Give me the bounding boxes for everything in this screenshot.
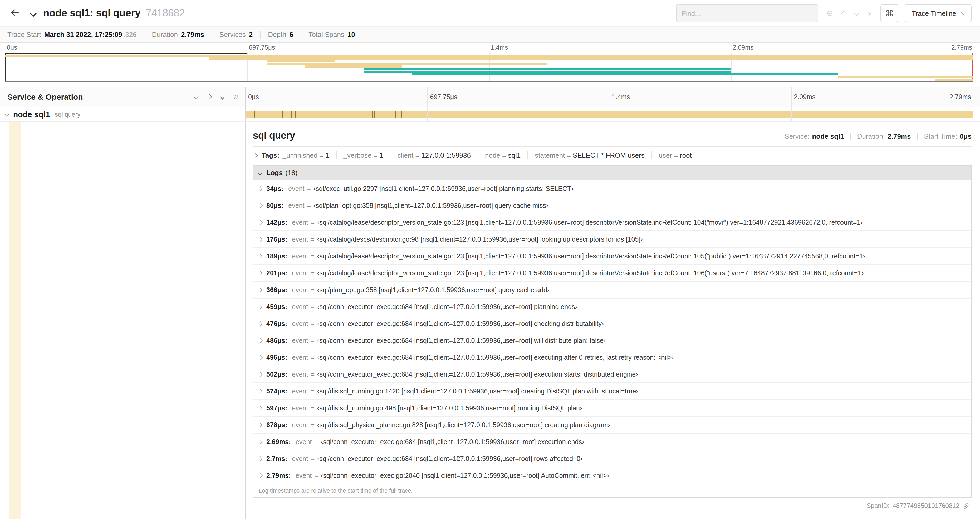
- log-entry-row[interactable]: 502μs:event=‹sql/conn_executor_exec.go:6…: [253, 366, 971, 382]
- log-field-value: ‹sql/conn_executor_exec.go:684 [nsql1,cl…: [317, 370, 638, 378]
- trace-summary-item: Depth6: [260, 30, 293, 38]
- find-next-icon[interactable]: [854, 11, 859, 16]
- find-input[interactable]: [676, 4, 818, 22]
- keyboard-shortcuts-button[interactable]: ⌘: [880, 4, 898, 22]
- log-entry-row[interactable]: 80μs:event=‹sql/plan_opt.go:358 [nsql1,c…: [253, 197, 971, 214]
- minimap-span-bar: [267, 63, 547, 65]
- minimap-span-bar: [305, 65, 402, 67]
- log-field-value: ‹sql/distsql_running.go:1420 [nsql1,clie…: [317, 387, 638, 395]
- chevron-right-icon: [258, 440, 262, 444]
- timeline-gridline: [973, 107, 973, 121]
- tag-equals: =: [317, 152, 325, 159]
- log-timestamp: 80μs:: [266, 202, 283, 209]
- chevron-down-icon: [961, 11, 966, 15]
- minimap-span-bar: [363, 71, 731, 73]
- log-entry-row[interactable]: 476μs:event=‹sql/conn_executor_exec.go:6…: [253, 315, 971, 332]
- minimap-span-bar: [267, 60, 334, 62]
- trace-view-select[interactable]: Trace Timeline: [905, 4, 972, 22]
- span-expanded-accent: [9, 122, 21, 519]
- log-timestamp: 597μs:: [266, 404, 287, 412]
- log-timestamp: 502μs:: [266, 370, 287, 378]
- log-entry-row[interactable]: 459μs:event=‹sql/conn_executor_exec.go:6…: [253, 298, 971, 315]
- log-equals: =: [310, 269, 315, 277]
- tag-equals: =: [672, 152, 680, 159]
- log-field-key: event: [292, 370, 308, 378]
- summary-label: Services: [220, 30, 246, 38]
- log-entry-row[interactable]: 366μs:event=‹sql/plan_opt.go:358 [nsql1,…: [253, 281, 971, 298]
- log-entry-row[interactable]: 142μs:event=‹sql/catalog/lease/descripto…: [253, 214, 971, 230]
- meta-label: Service:: [784, 133, 809, 140]
- log-field-key: event: [292, 286, 308, 294]
- log-equals: =: [310, 235, 315, 243]
- log-equals: =: [310, 455, 315, 462]
- tag-value: 1: [379, 152, 383, 159]
- chevron-right-icon: [258, 237, 262, 241]
- log-entry-row[interactable]: 2.69ms:event=‹sql/conn_executor_exec.go:…: [253, 433, 971, 450]
- log-entry-row[interactable]: 2.7ms:event=‹sql/conn_executor_exec.go:6…: [253, 450, 971, 467]
- minimap-canvas[interactable]: [5, 53, 973, 82]
- tag-equals: =: [372, 152, 380, 159]
- span-row[interactable]: node sql1 sql query: [0, 107, 980, 122]
- summary-value: March 31 2022, 17:25:09: [44, 30, 122, 38]
- tag-key: _verbose: [344, 152, 372, 159]
- chevron-right-icon: [258, 339, 262, 343]
- find-clear-icon[interactable]: ×: [867, 9, 872, 18]
- chevron-down-icon: [258, 171, 262, 175]
- log-timestamp: 142μs:: [266, 219, 287, 226]
- collapse-one-button[interactable]: [194, 95, 198, 99]
- time-tick-label: 0μs: [245, 93, 259, 101]
- span-detail-panel: sql query Service:node sql1Duration:2.79…: [245, 122, 980, 519]
- chevron-right-icon: [258, 473, 262, 477]
- log-field-key: event: [292, 252, 308, 260]
- zoom-reset-icon[interactable]: ⊕: [827, 8, 833, 18]
- trace-summary-bar: Trace StartMarch 31 2022, 17:25:09.326Du…: [0, 26, 980, 43]
- log-entry-row[interactable]: 2.79ms:event=‹sql/conn_executor_exec.go:…: [253, 467, 971, 484]
- trace-collapse-toggle[interactable]: [30, 8, 36, 18]
- log-field-value: ‹sql/plan_opt.go:358 [nsql1,client=127.0…: [313, 202, 548, 209]
- log-entry-row[interactable]: 486μs:event=‹sql/conn_executor_exec.go:6…: [253, 332, 971, 349]
- log-event-tick: [341, 111, 341, 118]
- trace-summary-item: Total Spans10: [301, 30, 355, 38]
- tag-value: 1: [325, 152, 329, 159]
- timeline-ruler[interactable]: 0μs697.75μs1.4ms2.09ms2.79ms: [245, 87, 980, 107]
- collapse-all-button[interactable]: [221, 95, 223, 99]
- log-field-value: ‹sql/conn_executor_exec.go:684 [nsql1,cl…: [317, 337, 606, 344]
- log-equals: =: [310, 354, 315, 361]
- log-field-key: event: [292, 354, 308, 361]
- expand-all-button[interactable]: [233, 96, 238, 98]
- trace-summary-item: Services2: [212, 30, 253, 38]
- log-timestamp: 34μs:: [266, 185, 283, 192]
- log-field-key: event: [292, 320, 308, 327]
- log-entry-row[interactable]: 597μs:event=‹sql/distsql_running.go:498 …: [253, 399, 971, 416]
- chevron-down-icon: [193, 94, 199, 99]
- span-track: [245, 107, 973, 121]
- chevron-right-icon: [258, 305, 262, 309]
- log-entry-row[interactable]: 678μs:event=‹sql/distsql_physical_planne…: [253, 416, 971, 433]
- timeline-gridline: [609, 87, 610, 107]
- tags-row[interactable]: Tags: _unfinished = 1_verbose = 1client …: [253, 147, 972, 164]
- log-equals: =: [307, 202, 311, 209]
- log-field-key: event: [292, 387, 308, 395]
- deep-link-icon[interactable]: [963, 502, 969, 509]
- span-row-name-cell[interactable]: node sql1 sql query: [0, 107, 245, 121]
- find-prev-icon[interactable]: [842, 11, 847, 16]
- log-timestamp: 495μs:: [266, 354, 287, 361]
- log-entry-row[interactable]: 34μs:event=‹sql/exec_util.go:2297 [nsql1…: [253, 180, 971, 197]
- log-entry-row[interactable]: 176μs:event=‹sql/catalog/descs/descripto…: [253, 230, 971, 248]
- log-field-key: event: [292, 337, 308, 344]
- log-field-key: event: [296, 472, 312, 479]
- log-entry-row[interactable]: 201μs:event=‹sql/catalog/lease/descripto…: [253, 264, 971, 281]
- summary-value: 6: [290, 30, 293, 38]
- log-timestamp: 476μs:: [266, 320, 287, 327]
- log-field-key: event: [292, 235, 308, 243]
- log-entry-row[interactable]: 574μs:event=‹sql/distsql_running.go:1420…: [253, 382, 971, 399]
- minimap-span-bar: [412, 73, 838, 75]
- expand-one-button[interactable]: [207, 95, 211, 99]
- log-timestamp: 486μs:: [266, 337, 287, 344]
- back-button[interactable]: [5, 4, 24, 23]
- log-event-tick: [370, 111, 371, 118]
- tag-value: SELECT * FROM users: [573, 152, 644, 159]
- log-entry-row[interactable]: 189μs:event=‹sql/catalog/lease/descripto…: [253, 248, 971, 264]
- log-entry-row[interactable]: 495μs:event=‹sql/conn_executor_exec.go:6…: [253, 349, 971, 366]
- logs-header[interactable]: Logs (18): [253, 166, 971, 180]
